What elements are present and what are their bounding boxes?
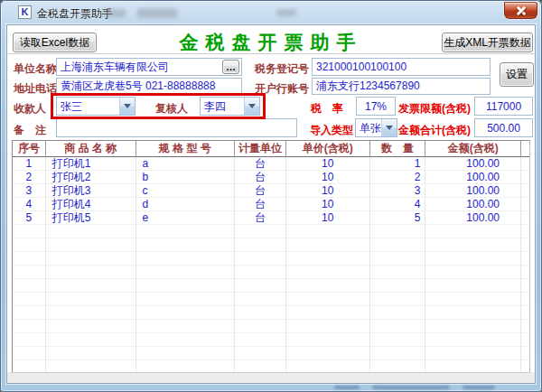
- table-row: [13, 320, 529, 333]
- tax-reg-input[interactable]: [312, 58, 491, 76]
- table-cell[interactable]: 5: [370, 211, 426, 225]
- table-cell[interactable]: [521, 171, 529, 184]
- table-cell[interactable]: 2: [13, 171, 46, 184]
- table-cell[interactable]: 1: [370, 157, 426, 171]
- import-type-label: 导入类型: [310, 123, 353, 138]
- bank-account-input[interactable]: [312, 78, 491, 95]
- table-cell[interactable]: 打印机1: [46, 157, 136, 171]
- table-cell[interactable]: 10: [286, 211, 370, 225]
- table-cell: [136, 252, 236, 266]
- table-cell[interactable]: [521, 198, 529, 211]
- table-cell[interactable]: 100.00: [425, 157, 521, 171]
- table-cell[interactable]: 10: [286, 171, 370, 184]
- table-cell[interactable]: [521, 211, 529, 225]
- reviewer-label: 复核人: [155, 101, 188, 117]
- items-table[interactable]: 序号商 品 名 称规 格 型 号计量单位单价(含税)数 量金额(含税) 1打印机…: [12, 140, 530, 373]
- table-cell[interactable]: [521, 157, 529, 171]
- page-title: 金税盘开票助手: [136, 30, 406, 55]
- table-cell[interactable]: 3: [370, 184, 426, 198]
- table-cell[interactable]: 4: [13, 198, 46, 211]
- chevron-down-icon[interactable]: [244, 98, 259, 115]
- table-cell: [370, 360, 426, 373]
- reviewer-combobox[interactable]: 李四: [200, 97, 260, 116]
- table-cell: [425, 360, 521, 373]
- table-cell[interactable]: 100.00: [425, 184, 521, 198]
- table-cell[interactable]: 台: [235, 184, 286, 198]
- chevron-down-icon[interactable]: [119, 98, 135, 115]
- invoice-limit-input[interactable]: [474, 97, 533, 116]
- table-cell: [136, 347, 236, 360]
- table-cell[interactable]: [521, 184, 529, 198]
- generate-xml-button[interactable]: 生成XML开票数据: [442, 33, 533, 52]
- table-cell[interactable]: 100.00: [425, 211, 521, 225]
- chevron-down-icon[interactable]: [381, 119, 397, 136]
- table-cell[interactable]: 打印机5: [46, 211, 136, 225]
- table-cell[interactable]: 打印机4: [46, 198, 136, 211]
- table-row[interactable]: 4打印机4d台104100.00: [13, 198, 529, 211]
- table-cell[interactable]: a: [136, 157, 236, 171]
- table-cell: [286, 225, 370, 238]
- reviewer-value: 李四: [201, 98, 244, 115]
- read-excel-button[interactable]: 读取Excel数据: [13, 33, 97, 52]
- table-header-cell: 规 格 型 号: [136, 141, 236, 157]
- table-cell: [46, 279, 136, 293]
- table-row[interactable]: 1打印机1a台101100.00: [13, 157, 529, 171]
- table-cell[interactable]: 100.00: [425, 171, 521, 184]
- settings-button[interactable]: 设置: [500, 62, 534, 87]
- import-type-combobox[interactable]: 单张: [355, 118, 397, 137]
- payee-value: 张三: [57, 98, 119, 115]
- table-row[interactable]: 2打印机2b台102100.00: [13, 171, 529, 184]
- table-cell[interactable]: 10: [286, 157, 370, 171]
- table-cell: [370, 293, 426, 306]
- table-cell[interactable]: 4: [370, 198, 426, 211]
- table-cell[interactable]: 台: [235, 171, 286, 184]
- table-cell[interactable]: c: [136, 184, 236, 198]
- total-amount-input[interactable]: [474, 118, 533, 137]
- table-cell: [46, 360, 136, 373]
- table-cell[interactable]: 1: [13, 157, 46, 171]
- table-cell[interactable]: 10: [286, 198, 370, 211]
- table-cell[interactable]: 100.00: [425, 198, 521, 211]
- table-cell: [286, 360, 370, 373]
- table-row: [13, 360, 529, 373]
- browse-button[interactable]: …: [222, 60, 239, 74]
- table-cell[interactable]: 台: [235, 211, 286, 225]
- table-cell[interactable]: 台: [235, 157, 286, 171]
- table-cell: [13, 279, 46, 293]
- table-cell: [286, 333, 370, 347]
- table-cell: [370, 347, 426, 360]
- title-bar[interactable]: K 金税盘开票助手: [0, 0, 542, 24]
- table-cell[interactable]: 3: [13, 184, 46, 198]
- payee-combobox[interactable]: 张三: [56, 97, 136, 116]
- table-cell: [136, 266, 236, 279]
- close-button[interactable]: [504, 2, 537, 19]
- table-header-cell: 单价(含税): [286, 141, 370, 157]
- table-cell: [13, 225, 46, 238]
- table-cell[interactable]: e: [136, 211, 236, 225]
- table-cell[interactable]: 台: [235, 198, 286, 211]
- remarks-input[interactable]: [56, 118, 297, 137]
- table-cell[interactable]: 5: [13, 211, 46, 225]
- redacted-text: [102, 9, 126, 17]
- table-cell: [521, 347, 529, 360]
- table-cell[interactable]: b: [136, 171, 236, 184]
- table-cell: [370, 333, 426, 347]
- table-cell[interactable]: 2: [370, 171, 426, 184]
- table-cell[interactable]: 打印机3: [46, 184, 136, 198]
- company-name-input[interactable]: [56, 58, 242, 76]
- table-cell[interactable]: 10: [286, 184, 370, 198]
- table-row: [13, 333, 529, 347]
- table-cell[interactable]: d: [136, 198, 236, 211]
- table-header-cell: 数 量: [370, 141, 426, 157]
- table-cell: [46, 225, 136, 238]
- table-row[interactable]: 5打印机5e台105100.00: [13, 211, 529, 225]
- table-cell: [235, 320, 286, 333]
- tax-rate-input[interactable]: [356, 97, 396, 116]
- table-cell: [286, 252, 370, 266]
- table-row[interactable]: 3打印机3c台103100.00: [13, 184, 529, 198]
- table-cell: [425, 347, 521, 360]
- address-input[interactable]: [56, 78, 242, 95]
- table-cell: [370, 252, 426, 266]
- table-cell: [46, 252, 136, 266]
- table-cell[interactable]: 打印机2: [46, 171, 136, 184]
